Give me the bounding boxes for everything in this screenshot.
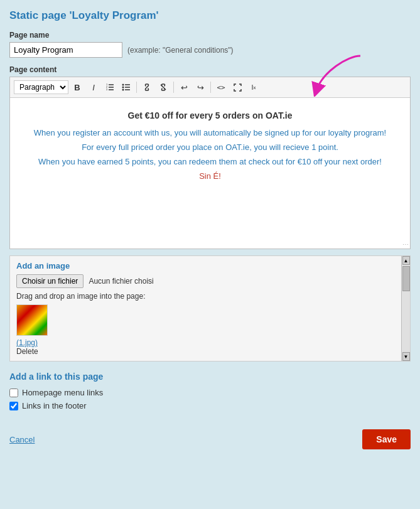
page-name-input[interactable]: [9, 42, 122, 58]
unlink-button[interactable]: [156, 80, 171, 95]
add-image-section: Add an image Choisir un fichier Aucun fi…: [9, 255, 411, 362]
redo-button[interactable]: ↪: [193, 80, 208, 95]
bold-button[interactable]: B: [70, 80, 85, 95]
editor-resize-handle[interactable]: ⋯: [402, 241, 409, 247]
editor-wrapper: Paragraph B I 123 ↩ ↪ <>: [9, 77, 411, 249]
homepage-menu-links-row: Homepage menu links: [9, 388, 411, 397]
link-button[interactable]: [139, 80, 154, 95]
editor-para-3: When you have earned 5 points, you can r…: [23, 157, 397, 166]
svg-point-11: [122, 89, 124, 91]
clear-formatting-button[interactable]: Ix: [246, 80, 261, 95]
fullscreen-button[interactable]: [230, 80, 245, 95]
svg-point-9: [122, 84, 124, 86]
editor-heading: Get €10 off for every 5 orders on OAT.ie: [23, 110, 397, 121]
page-content-label: Page content: [9, 65, 411, 74]
homepage-menu-links-label: Homepage menu links: [22, 388, 103, 397]
toolbar-sep-2: [173, 82, 174, 93]
bottom-actions: Cancel Save: [9, 423, 411, 449]
editor-sign-off: Sin É!: [23, 171, 397, 181]
unordered-list-button[interactable]: [119, 80, 134, 95]
page-title: Static page 'Loyalty Program': [9, 9, 411, 22]
homepage-menu-links-checkbox[interactable]: [9, 388, 18, 397]
scrollbar-thumb[interactable]: [402, 266, 410, 291]
editor-body[interactable]: Get €10 off for every 5 orders on OAT.ie…: [10, 98, 410, 249]
page-name-label: Page name: [9, 31, 411, 40]
add-image-title: Add an image: [16, 261, 404, 271]
footer-links-checkbox[interactable]: [9, 402, 18, 410]
rich-text-editor[interactable]: Paragraph B I 123 ↩ ↪ <>: [9, 77, 411, 249]
image-thumb: [16, 304, 48, 336]
file-upload-row: Choisir un fichier Aucun fichier choisi: [16, 274, 404, 288]
delete-link[interactable]: Delete: [16, 347, 404, 356]
page-name-example: (example: "General conditions"): [127, 46, 234, 55]
footer-links-row: Links in the footer: [9, 401, 411, 410]
scrollbar-up[interactable]: ▲: [402, 256, 410, 265]
save-button[interactable]: Save: [362, 429, 411, 449]
source-button[interactable]: <>: [213, 80, 229, 95]
toolbar-sep-1: [136, 82, 137, 93]
editor-para-1: When you register an account with us, yo…: [23, 128, 397, 137]
drag-drop-text: Drag and drop an image into the page:: [16, 292, 404, 301]
scrollbar-down[interactable]: ▼: [402, 352, 410, 361]
undo-button[interactable]: ↩: [176, 80, 191, 95]
svg-point-10: [122, 87, 124, 88]
cancel-button[interactable]: Cancel: [9, 435, 35, 444]
add-link-title: Add a link to this page: [9, 372, 411, 382]
editor-toolbar: Paragraph B I 123 ↩ ↪ <>: [10, 77, 410, 98]
toolbar-sep-3: [210, 82, 211, 93]
add-link-section: Add a link to this page Homepage menu li…: [9, 372, 411, 410]
image-filename[interactable]: (1.jpg): [16, 338, 404, 347]
no-file-text: Aucun fichier choisi: [89, 277, 153, 286]
paragraph-select[interactable]: Paragraph: [14, 80, 68, 94]
editor-para-2: For every full priced order you place on…: [23, 142, 397, 152]
svg-text:3: 3: [106, 88, 108, 91]
italic-button[interactable]: I: [86, 80, 101, 95]
ordered-list-button[interactable]: 123: [102, 80, 117, 95]
footer-links-label: Links in the footer: [22, 401, 87, 410]
svg-line-12: [146, 86, 148, 88]
scrollbar[interactable]: ▲ ▼: [401, 256, 410, 361]
choose-file-button[interactable]: Choisir un fichier: [16, 274, 83, 288]
